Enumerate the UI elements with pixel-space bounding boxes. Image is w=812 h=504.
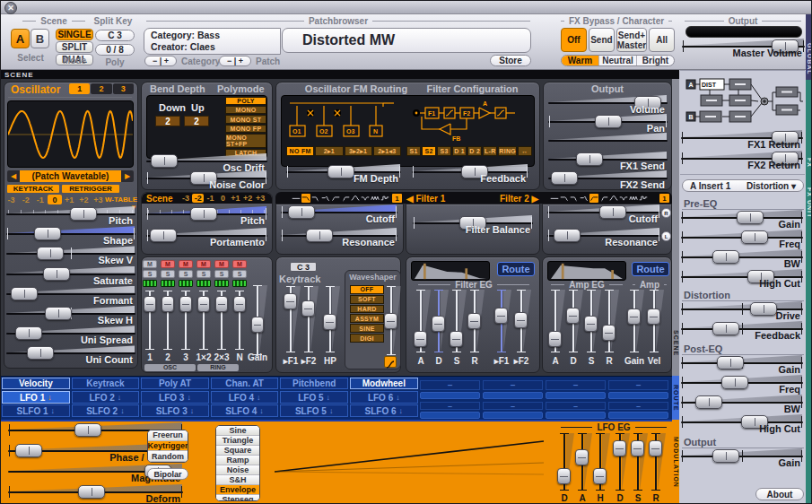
mod-user-slot-empty[interactable]: – <box>546 380 606 390</box>
fx-bypass-send[interactable]: Send <box>589 28 615 52</box>
fader-handle-s[interactable] <box>584 316 598 332</box>
slider-handle-formant[interactable] <box>11 287 38 300</box>
split-key-value[interactable]: C 3 <box>95 30 135 41</box>
scene-octave-1[interactable]: -1 <box>205 194 216 203</box>
filter1-label[interactable]: ◀ Filter 1 <box>406 194 445 204</box>
slider-handle-osc-drift[interactable] <box>151 154 178 168</box>
slider-handle-portamento[interactable] <box>150 229 177 242</box>
fader-handle-r[interactable] <box>602 325 616 341</box>
mod-slot-lfo-5[interactable]: LFO 5↓ <box>280 391 348 404</box>
fader-handle-f1[interactable] <box>494 308 508 324</box>
fx-insert-dropdown[interactable]: A Insert 1 Distortion ▾ <box>682 179 804 192</box>
slider-handle-deform[interactable] <box>78 485 105 499</box>
mod-slot-lfo-6[interactable]: LFO 6↓ <box>350 391 418 404</box>
fader-handle-f0[interactable] <box>384 313 397 329</box>
filter-type-icon-lpladder[interactable] <box>321 194 330 203</box>
scene-octave-1[interactable]: +1 <box>230 194 241 203</box>
filter1-subtype-badge[interactable]: 1 <box>392 194 402 203</box>
store-button[interactable]: Store <box>490 55 531 66</box>
slider-handle-pitch[interactable] <box>70 207 97 221</box>
solo-button-3[interactable]: S <box>179 270 193 278</box>
scene-octave-3[interactable]: +3 <box>255 194 266 203</box>
slider-handle-feedback[interactable] <box>461 165 488 178</box>
mute-button-2[interactable]: M <box>161 260 175 268</box>
mod-slot-slfo-1[interactable]: SLFO 1↓ <box>2 404 70 417</box>
lfo-shape-sine[interactable]: Sine <box>216 426 259 436</box>
fader-handle-vel[interactable] <box>647 308 660 325</box>
slider-handle-skew-v[interactable] <box>37 247 64 260</box>
slider-handle-rate[interactable] <box>74 423 101 437</box>
fx-bypass-all[interactable]: All <box>649 28 675 52</box>
mod-slot-slfo-3[interactable]: SLFO 3↓ <box>141 404 209 417</box>
slider-handle-gain[interactable] <box>712 449 739 463</box>
filter-type-icon-hp12[interactable] <box>331 194 340 203</box>
mod-user-slot-bar[interactable] <box>420 392 480 399</box>
slider-handle-freq[interactable] <box>741 230 768 244</box>
mod-user-slot-empty[interactable]: – <box>546 402 606 410</box>
mute-button-3[interactable]: M <box>179 260 193 268</box>
filter-type-icon-lp24[interactable] <box>570 194 579 203</box>
mod-user-slot-bar[interactable] <box>420 412 480 419</box>
mod-slot-slfo-6[interactable]: SLFO 6↓ <box>350 404 418 417</box>
osc-tab-3[interactable]: 3 <box>113 83 134 94</box>
tab-global[interactable]: GLOBAL <box>806 14 812 80</box>
patch-stepper[interactable]: − | + <box>219 56 251 66</box>
osc-octave-2[interactable]: +2 <box>77 195 91 204</box>
slider-handle-resonance[interactable] <box>306 229 333 242</box>
wavetable-next-icon[interactable]: ▶ <box>121 170 134 182</box>
mixer-fader-1-2[interactable] <box>197 296 210 312</box>
slider-handle-shape[interactable] <box>34 227 61 240</box>
mod-slot-slfo-5[interactable]: SLFO 5↓ <box>280 404 348 417</box>
slider-handle-gain[interactable] <box>737 211 764 224</box>
filter-type-icon-lp12[interactable] <box>301 194 310 203</box>
filter-type-icon-hp24[interactable] <box>341 194 350 203</box>
mod-source-pitchbend[interactable]: Pitchbend <box>280 378 348 389</box>
about-button[interactable]: About <box>755 488 804 500</box>
slider-handle-cutoff[interactable] <box>599 205 626 219</box>
solo-button-n[interactable]: S <box>232 270 247 278</box>
filter-type-icon-hp12[interactable] <box>589 194 598 203</box>
mod-user-slot-empty[interactable]: – <box>608 380 668 390</box>
filter-type-icon-sh[interactable] <box>639 194 648 203</box>
mod-user-slot-empty[interactable]: – <box>420 402 480 410</box>
fader-handle-gain[interactable] <box>627 308 641 325</box>
mixer-gain-fader[interactable] <box>251 317 264 333</box>
mixer-fader-3[interactable] <box>179 296 192 312</box>
tab-scene[interactable]: SCENE <box>672 79 679 376</box>
character-neutral[interactable]: Neutral <box>599 56 637 65</box>
filter2-link-r-button[interactable]: R <box>661 208 671 218</box>
filter-config-s1[interactable]: S1 <box>406 146 421 156</box>
filter-config-d-1[interactable]: D 1 <box>452 146 467 156</box>
mod-slot-lfo-4[interactable]: LFO 4↓ <box>211 391 279 404</box>
slider-handle-pitch[interactable] <box>190 207 217 221</box>
mod-user-slot-bar[interactable] <box>608 392 668 399</box>
close-icon[interactable]: ✕ <box>4 2 17 14</box>
slider-handle-master-volume[interactable] <box>772 39 799 53</box>
scene-octave-3[interactable]: -3 <box>179 194 191 203</box>
mute-button-1-2[interactable]: M <box>196 260 211 268</box>
scene-mode-split[interactable]: SPLIT <box>56 41 93 53</box>
mod-user-slot-empty[interactable]: – <box>420 380 480 390</box>
filter-config-d-2[interactable]: D 2 <box>467 146 482 156</box>
osc-octave-1[interactable]: +1 <box>63 195 76 204</box>
solo-button-2-3[interactable]: S <box>214 270 229 278</box>
polymode-mono-st-fp[interactable]: MONO ST+FP <box>225 134 266 148</box>
mute-button-1[interactable]: M <box>143 260 157 268</box>
slider-handle-freq[interactable] <box>721 376 748 389</box>
fader-handle-a[interactable] <box>548 331 562 347</box>
filter-config-ring[interactable]: RING <box>498 146 517 156</box>
category-stepper[interactable]: − | + <box>144 56 177 66</box>
tab-fx[interactable]: FX <box>806 80 812 175</box>
mod-source-poly-at[interactable]: Poly AT <box>141 378 209 389</box>
retrigger-badge[interactable]: RETRIGGER <box>62 185 119 193</box>
fx-routing-diagram[interactable]: A DIST B <box>685 76 803 126</box>
osc-octave-2[interactable]: -2 <box>19 195 32 204</box>
mixer-fader-1[interactable] <box>144 296 156 312</box>
slider-handle-fm-depth[interactable] <box>327 165 354 178</box>
filter-type-icon-bp[interactable] <box>351 194 360 203</box>
mod-user-slot-bar[interactable] <box>546 412 606 419</box>
mod-user-slot-empty[interactable]: – <box>608 402 668 410</box>
fm-mode-2-1-3[interactable]: 2▸1◂3 <box>373 146 401 156</box>
slider-handle-uni-spread[interactable] <box>15 326 42 340</box>
lfo-trigger-keytrigger[interactable]: Keytrigger <box>148 441 188 452</box>
